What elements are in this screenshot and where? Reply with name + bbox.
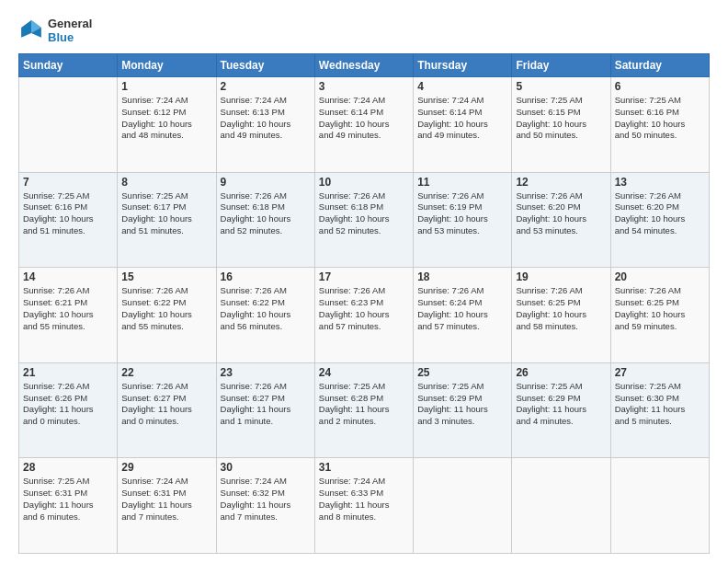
week-row-1: 1Sunrise: 7:24 AM Sunset: 6:12 PM Daylig…	[19, 77, 710, 173]
calendar-cell: 15Sunrise: 7:26 AM Sunset: 6:22 PM Dayli…	[118, 268, 216, 363]
day-number: 1	[121, 80, 211, 93]
calendar-cell: 21Sunrise: 7:26 AM Sunset: 6:26 PM Dayli…	[19, 362, 118, 458]
day-info: Sunrise: 7:26 AM Sunset: 6:20 PM Dayligh…	[615, 190, 705, 237]
calendar-cell: 12Sunrise: 7:26 AM Sunset: 6:20 PM Dayli…	[512, 172, 610, 268]
week-row-2: 7Sunrise: 7:25 AM Sunset: 6:16 PM Daylig…	[19, 172, 710, 268]
day-info: Sunrise: 7:26 AM Sunset: 6:22 PM Dayligh…	[121, 285, 211, 332]
day-number: 13	[615, 176, 705, 189]
calendar-cell: 3Sunrise: 7:24 AM Sunset: 6:14 PM Daylig…	[314, 77, 413, 173]
header: General Blue	[18, 17, 710, 44]
day-number: 4	[417, 80, 507, 93]
calendar-cell: 28Sunrise: 7:25 AM Sunset: 6:31 PM Dayli…	[19, 458, 118, 554]
day-info: Sunrise: 7:24 AM Sunset: 6:12 PM Dayligh…	[121, 95, 211, 142]
day-info: Sunrise: 7:26 AM Sunset: 6:27 PM Dayligh…	[121, 381, 211, 428]
day-header-saturday: Saturday	[610, 54, 709, 77]
day-info: Sunrise: 7:25 AM Sunset: 6:15 PM Dayligh…	[516, 95, 606, 142]
day-number: 14	[23, 270, 113, 283]
day-info: Sunrise: 7:25 AM Sunset: 6:16 PM Dayligh…	[615, 95, 705, 142]
day-info: Sunrise: 7:26 AM Sunset: 6:18 PM Dayligh…	[221, 190, 311, 237]
day-header-monday: Monday	[118, 54, 216, 77]
day-number: 30	[221, 461, 311, 474]
calendar-cell: 20Sunrise: 7:26 AM Sunset: 6:25 PM Dayli…	[610, 268, 709, 363]
day-info: Sunrise: 7:26 AM Sunset: 6:20 PM Dayligh…	[516, 190, 606, 237]
day-number: 15	[121, 270, 211, 283]
day-info: Sunrise: 7:26 AM Sunset: 6:25 PM Dayligh…	[516, 285, 606, 332]
day-info: Sunrise: 7:25 AM Sunset: 6:29 PM Dayligh…	[417, 381, 507, 428]
day-number: 17	[319, 270, 409, 283]
day-number: 16	[221, 270, 311, 283]
calendar-cell: 1Sunrise: 7:24 AM Sunset: 6:12 PM Daylig…	[118, 77, 216, 173]
calendar-cell: 9Sunrise: 7:26 AM Sunset: 6:18 PM Daylig…	[216, 172, 314, 268]
day-number: 21	[23, 366, 113, 379]
day-info: Sunrise: 7:26 AM Sunset: 6:23 PM Dayligh…	[319, 285, 409, 332]
day-info: Sunrise: 7:25 AM Sunset: 6:30 PM Dayligh…	[615, 381, 705, 428]
day-number: 22	[121, 366, 211, 379]
day-number: 9	[221, 176, 311, 189]
calendar-cell: 6Sunrise: 7:25 AM Sunset: 6:16 PM Daylig…	[610, 77, 709, 173]
day-number: 28	[23, 461, 113, 474]
day-info: Sunrise: 7:26 AM Sunset: 6:21 PM Dayligh…	[23, 285, 113, 332]
day-number: 25	[417, 366, 507, 379]
day-number: 3	[319, 80, 409, 93]
day-number: 5	[516, 80, 606, 93]
day-number: 11	[417, 176, 507, 189]
calendar-cell: 24Sunrise: 7:25 AM Sunset: 6:28 PM Dayli…	[314, 362, 413, 458]
day-info: Sunrise: 7:25 AM Sunset: 6:17 PM Dayligh…	[121, 190, 211, 237]
day-info: Sunrise: 7:26 AM Sunset: 6:22 PM Dayligh…	[221, 285, 311, 332]
day-number: 31	[319, 461, 409, 474]
day-info: Sunrise: 7:25 AM Sunset: 6:28 PM Dayligh…	[319, 381, 409, 428]
calendar-cell: 10Sunrise: 7:26 AM Sunset: 6:18 PM Dayli…	[314, 172, 413, 268]
calendar-cell: 26Sunrise: 7:25 AM Sunset: 6:29 PM Dayli…	[512, 362, 610, 458]
day-number: 27	[615, 366, 705, 379]
calendar-cell: 4Sunrise: 7:24 AM Sunset: 6:14 PM Daylig…	[414, 77, 512, 173]
day-number: 19	[516, 270, 606, 283]
day-number: 8	[121, 176, 211, 189]
calendar-cell: 31Sunrise: 7:24 AM Sunset: 6:33 PM Dayli…	[314, 458, 413, 554]
day-number: 23	[221, 366, 311, 379]
calendar-cell: 8Sunrise: 7:25 AM Sunset: 6:17 PM Daylig…	[118, 172, 216, 268]
calendar-cell: 14Sunrise: 7:26 AM Sunset: 6:21 PM Dayli…	[19, 268, 118, 363]
day-info: Sunrise: 7:26 AM Sunset: 6:25 PM Dayligh…	[615, 285, 705, 332]
day-info: Sunrise: 7:26 AM Sunset: 6:19 PM Dayligh…	[417, 190, 507, 237]
logo: General Blue	[18, 17, 92, 44]
calendar-cell: 23Sunrise: 7:26 AM Sunset: 6:27 PM Dayli…	[216, 362, 314, 458]
calendar-cell: 25Sunrise: 7:25 AM Sunset: 6:29 PM Dayli…	[414, 362, 512, 458]
calendar-cell	[512, 458, 610, 554]
day-info: Sunrise: 7:24 AM Sunset: 6:31 PM Dayligh…	[121, 476, 211, 523]
calendar-header-row: SundayMondayTuesdayWednesdayThursdayFrid…	[19, 54, 710, 77]
day-number: 10	[319, 176, 409, 189]
calendar-cell: 7Sunrise: 7:25 AM Sunset: 6:16 PM Daylig…	[19, 172, 118, 268]
day-number: 2	[221, 80, 311, 93]
day-number: 29	[121, 461, 211, 474]
day-info: Sunrise: 7:24 AM Sunset: 6:13 PM Dayligh…	[221, 95, 311, 142]
day-header-thursday: Thursday	[414, 54, 512, 77]
day-number: 7	[23, 176, 113, 189]
calendar-cell: 5Sunrise: 7:25 AM Sunset: 6:15 PM Daylig…	[512, 77, 610, 173]
day-header-tuesday: Tuesday	[216, 54, 314, 77]
week-row-3: 14Sunrise: 7:26 AM Sunset: 6:21 PM Dayli…	[19, 268, 710, 363]
calendar-cell: 16Sunrise: 7:26 AM Sunset: 6:22 PM Dayli…	[216, 268, 314, 363]
day-info: Sunrise: 7:26 AM Sunset: 6:27 PM Dayligh…	[221, 381, 311, 428]
calendar-cell: 17Sunrise: 7:26 AM Sunset: 6:23 PM Dayli…	[314, 268, 413, 363]
day-info: Sunrise: 7:24 AM Sunset: 6:14 PM Dayligh…	[417, 95, 507, 142]
day-info: Sunrise: 7:24 AM Sunset: 6:32 PM Dayligh…	[221, 476, 311, 523]
calendar-cell: 18Sunrise: 7:26 AM Sunset: 6:24 PM Dayli…	[414, 268, 512, 363]
page: General Blue SundayMondayTuesdayWednesda…	[0, 0, 728, 563]
day-number: 6	[615, 80, 705, 93]
day-number: 20	[615, 270, 705, 283]
calendar-cell: 30Sunrise: 7:24 AM Sunset: 6:32 PM Dayli…	[216, 458, 314, 554]
day-header-friday: Friday	[512, 54, 610, 77]
calendar-cell	[414, 458, 512, 554]
day-header-sunday: Sunday	[19, 54, 118, 77]
calendar-cell: 29Sunrise: 7:24 AM Sunset: 6:31 PM Dayli…	[118, 458, 216, 554]
day-header-wednesday: Wednesday	[314, 54, 413, 77]
day-number: 18	[417, 270, 507, 283]
day-info: Sunrise: 7:24 AM Sunset: 6:33 PM Dayligh…	[319, 476, 409, 523]
calendar-cell: 22Sunrise: 7:26 AM Sunset: 6:27 PM Dayli…	[118, 362, 216, 458]
calendar-cell	[19, 77, 118, 173]
day-number: 26	[516, 366, 606, 379]
day-number: 12	[516, 176, 606, 189]
calendar-cell: 2Sunrise: 7:24 AM Sunset: 6:13 PM Daylig…	[216, 77, 314, 173]
calendar-cell: 27Sunrise: 7:25 AM Sunset: 6:30 PM Dayli…	[610, 362, 709, 458]
calendar-cell: 19Sunrise: 7:26 AM Sunset: 6:25 PM Dayli…	[512, 268, 610, 363]
